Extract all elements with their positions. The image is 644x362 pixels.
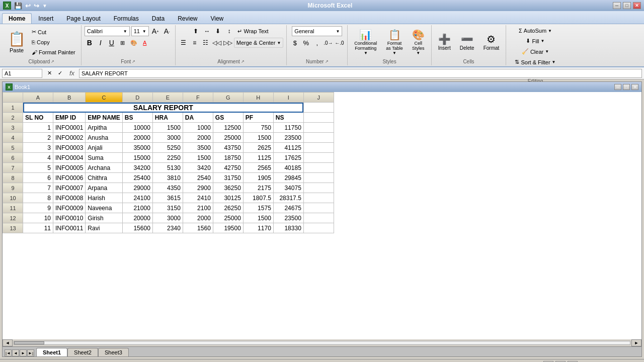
cell-f2[interactable]: DA <box>183 113 213 123</box>
cell-B11[interactable]: INFO0009 <box>53 203 86 213</box>
cell-A11[interactable]: 9 <box>23 203 53 213</box>
cell-B6[interactable]: INFO0004 <box>53 153 86 163</box>
merge-center-button[interactable]: Merge & Center ▼ <box>234 38 284 48</box>
row-header-11[interactable]: 11 <box>3 203 23 213</box>
align-middle-button[interactable]: ↔ <box>202 26 212 36</box>
cell-j4[interactable] <box>303 133 334 143</box>
col-header-f[interactable]: F <box>183 93 213 103</box>
cell-C7[interactable]: Archana <box>86 163 122 173</box>
cell-F7[interactable]: 3420 <box>183 163 213 173</box>
delete-button[interactable]: ➖ Delete <box>456 31 478 53</box>
confirm-formula-button[interactable]: ✓ <box>55 68 65 78</box>
maximize-button[interactable]: □ <box>623 2 631 9</box>
cell-j3[interactable] <box>303 123 334 133</box>
cell-A5[interactable]: 3 <box>23 143 53 153</box>
font-color-button[interactable]: A <box>140 38 150 48</box>
cell-B13[interactable]: INFO0011 <box>53 223 86 233</box>
comma-button[interactable]: , <box>312 38 322 48</box>
cell-j8[interactable] <box>303 173 334 183</box>
cell-H9[interactable]: 2175 <box>243 183 273 193</box>
cell-G11[interactable]: 26250 <box>213 203 243 213</box>
align-left-button[interactable]: ☰ <box>179 38 189 48</box>
row-header-9[interactable]: 9 <box>3 183 23 193</box>
cell-C4[interactable]: Anusha <box>86 133 122 143</box>
horizontal-scroll-thumb[interactable] <box>14 341 44 344</box>
cell-G5[interactable]: 43750 <box>213 143 243 153</box>
col-header-j[interactable]: J <box>303 93 334 103</box>
cell-I4[interactable]: 23500 <box>273 133 303 143</box>
cell-j5[interactable] <box>303 143 334 153</box>
tab-review[interactable]: Review <box>171 13 204 24</box>
row-header-13[interactable]: 13 <box>3 223 23 233</box>
cell-j10[interactable] <box>303 193 334 203</box>
row-header-1[interactable]: 1 <box>3 103 23 113</box>
align-right-button[interactable]: ☷ <box>201 38 211 48</box>
cell-j12[interactable] <box>303 213 334 223</box>
cancel-formula-button[interactable]: ✕ <box>44 68 54 78</box>
tab-formulas[interactable]: Formulas <box>107 13 145 24</box>
cell-H5[interactable]: 2625 <box>243 143 273 153</box>
cell-j7[interactable] <box>303 163 334 173</box>
format-as-table-dropdown-icon[interactable]: ▼ <box>392 51 396 55</box>
cell-D11[interactable]: 21000 <box>122 203 152 213</box>
cell-G7[interactable]: 42750 <box>213 163 243 173</box>
cell-F13[interactable]: 1560 <box>183 223 213 233</box>
cell-E11[interactable]: 3150 <box>152 203 183 213</box>
cell-D13[interactable]: 15600 <box>122 223 152 233</box>
cell-A12[interactable]: 10 <box>23 213 53 223</box>
cell-A7[interactable]: 5 <box>23 163 53 173</box>
cell-G6[interactable]: 18750 <box>213 153 243 163</box>
currency-button[interactable]: % <box>301 38 311 48</box>
decrease-indent-button[interactable]: ◁◁ <box>212 38 222 48</box>
cell-G12[interactable]: 25000 <box>213 213 243 223</box>
cell-H6[interactable]: 1125 <box>243 153 273 163</box>
cell-C5[interactable]: Anjali <box>86 143 122 153</box>
number-expand-icon[interactable]: ↗ <box>325 59 329 64</box>
cell-B7[interactable]: INFO0005 <box>53 163 86 173</box>
cell-B5[interactable]: INFO0003 <box>53 143 86 153</box>
conditional-formatting-button[interactable]: 📊 ConditionalFormatting ▼ <box>351 27 380 57</box>
col-header-b[interactable]: B <box>53 93 86 103</box>
align-top-button[interactable]: ⬆ <box>191 26 201 36</box>
cell-G13[interactable]: 19500 <box>213 223 243 233</box>
col-header-h[interactable]: H <box>243 93 273 103</box>
fill-color-button[interactable]: 🎨 <box>129 38 139 48</box>
cell-j11[interactable] <box>303 203 334 213</box>
cut-button[interactable]: ✂ Cut <box>29 27 78 37</box>
tab-data[interactable]: Data <box>145 13 171 24</box>
cell-E8[interactable]: 3810 <box>152 173 183 183</box>
text-direction-button[interactable]: ↕ <box>224 26 234 36</box>
align-bottom-button[interactable]: ⬇ <box>213 26 223 36</box>
cell-j6[interactable] <box>303 153 334 163</box>
copy-button[interactable]: ⎘ Copy <box>29 38 78 47</box>
bold-button[interactable]: B <box>85 38 95 48</box>
clear-button[interactable]: 🧹 Clear ▼ <box>519 47 551 56</box>
cell-E6[interactable]: 2250 <box>152 153 183 163</box>
cell-E7[interactable]: 5130 <box>152 163 183 173</box>
increase-indent-button[interactable]: ▷▷ <box>223 38 233 48</box>
cell-F12[interactable]: 2000 <box>183 213 213 223</box>
col-header-d[interactable]: D <box>122 93 152 103</box>
format-painter-button[interactable]: 🖌 Format Painter <box>29 48 78 57</box>
italic-button[interactable]: I <box>96 38 106 48</box>
cell-C13[interactable]: Ravi <box>86 223 122 233</box>
cell-B4[interactable]: INFO0002 <box>53 133 86 143</box>
cell-F5[interactable]: 3500 <box>183 143 213 153</box>
row-header-4[interactable]: 4 <box>3 133 23 143</box>
increase-decimal-button[interactable]: .0→ <box>323 38 333 48</box>
quick-access-save[interactable]: 💾 <box>14 2 22 10</box>
tab-insert[interactable]: Insert <box>32 13 60 24</box>
underline-button[interactable]: U <box>107 38 117 48</box>
row-header-3[interactable]: 3 <box>3 123 23 133</box>
decrease-font-button[interactable]: A- <box>162 26 172 36</box>
cell-I12[interactable]: 23500 <box>273 213 303 223</box>
cell-G8[interactable]: 31750 <box>213 173 243 183</box>
horizontal-scroll-track[interactable] <box>14 341 630 345</box>
cell-F9[interactable]: 2900 <box>183 183 213 193</box>
cell-E12[interactable]: 3000 <box>152 213 183 223</box>
autosum-dropdown-icon[interactable]: ▼ <box>548 29 552 33</box>
tab-page-layout[interactable]: Page Layout <box>60 13 107 24</box>
insert-button[interactable]: ➕ Insert <box>435 31 454 53</box>
workbook-close-button[interactable]: ✕ <box>631 84 638 90</box>
font-name-dropdown-icon[interactable]: ▼ <box>123 29 127 34</box>
